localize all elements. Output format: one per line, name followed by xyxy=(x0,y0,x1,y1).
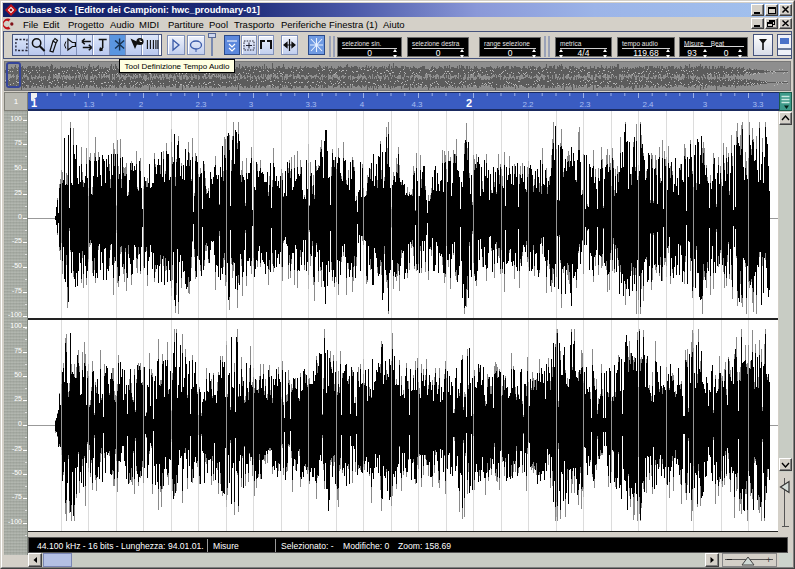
svg-text:3: 3 xyxy=(703,100,708,109)
svg-text:2: 2 xyxy=(466,97,472,109)
svg-text:1.3: 1.3 xyxy=(83,100,95,109)
svg-text:4: 4 xyxy=(360,100,365,109)
svg-text:2.3: 2.3 xyxy=(195,100,207,109)
svg-text:3.3: 3.3 xyxy=(752,100,764,109)
svg-text:3.3: 3.3 xyxy=(305,100,317,109)
svg-text:2.3: 2.3 xyxy=(579,100,591,109)
svg-text:4.3: 4.3 xyxy=(411,100,423,109)
svg-text:2.2: 2.2 xyxy=(522,100,534,109)
svg-text:2.4: 2.4 xyxy=(642,100,654,109)
svg-text:2: 2 xyxy=(139,100,144,109)
svg-text:3: 3 xyxy=(249,100,254,109)
